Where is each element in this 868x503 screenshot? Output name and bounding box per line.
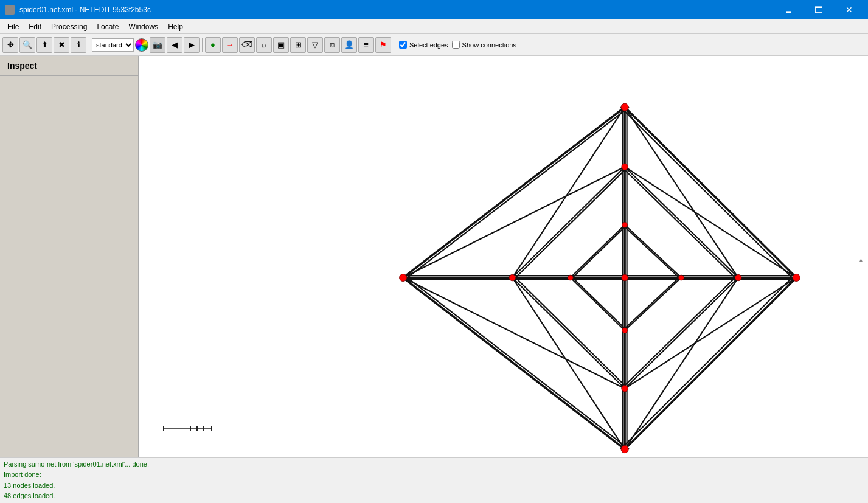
screenshot-button[interactable]: 📷	[150, 37, 165, 53]
svg-line-20	[571, 278, 625, 331]
svg-line-22	[625, 278, 681, 331]
sidebar-content	[0, 76, 138, 457]
node-inner-bottom[interactable]	[622, 386, 628, 392]
svg-line-36	[403, 278, 625, 389]
maximize-button[interactable]: 🗖	[805, 0, 833, 19]
svg-line-15	[622, 278, 735, 389]
close-button[interactable]: ✕	[835, 0, 863, 19]
node-inner-left2[interactable]	[568, 275, 573, 280]
svg-line-33	[625, 167, 796, 277]
select-rect-button[interactable]: ▣	[273, 37, 289, 53]
scroll-hint: ▲	[858, 257, 864, 263]
mode-select[interactable]: standard classic dark	[92, 38, 134, 52]
svg-line-31	[625, 107, 738, 277]
node-inner-right2[interactable]	[679, 275, 684, 280]
zoom-tool-button[interactable]: 🔍	[19, 37, 35, 53]
title-bar: spider01.net.xml - NETEDIT 9533f2b53c 🗕 …	[0, 0, 868, 19]
status-line-3: 13 nodes loaded.	[4, 480, 864, 491]
main-area: Inspect .edge { stroke: #111; stroke-wid…	[0, 56, 868, 457]
node-inner-left1[interactable]	[509, 274, 515, 280]
inspect-tool-button[interactable]: ⬆	[36, 37, 52, 53]
svg-line-23	[623, 278, 679, 331]
menu-file[interactable]: File	[2, 21, 24, 32]
menu-bar: File Edit Processing Locate Windows Help	[0, 19, 868, 34]
toolbar-sep-1	[89, 38, 89, 52]
sidebar-title: Inspect	[0, 56, 138, 76]
menu-help[interactable]: Help	[163, 21, 188, 32]
forward-button[interactable]: ▶	[184, 37, 200, 53]
color-scheme-button[interactable]	[135, 38, 148, 52]
canvas-area[interactable]: .edge { stroke: #111; stroke-width: 2.5;…	[139, 56, 868, 457]
menu-edit[interactable]: Edit	[24, 21, 46, 32]
svg-line-30	[512, 107, 625, 277]
traffic-button[interactable]: ▽	[307, 37, 323, 53]
svg-line-16	[571, 225, 625, 278]
status-line-2: Import done:	[4, 470, 864, 480]
svg-line-10	[625, 167, 738, 277]
status-bar: Parsing sumo-net from 'spider01.net.xml'…	[0, 457, 868, 503]
svg-line-1	[408, 107, 630, 277]
node-inner-mid-bottom[interactable]	[622, 328, 628, 333]
delete-tool-button[interactable]: ✖	[54, 37, 69, 53]
svg-line-7	[620, 278, 792, 449]
svg-line-4	[403, 278, 625, 449]
svg-line-21	[572, 278, 627, 331]
svg-line-32	[403, 167, 625, 277]
select-edges-button[interactable]: →	[222, 37, 238, 53]
node-inner-top[interactable]	[622, 164, 628, 170]
svg-rect-42	[190, 426, 191, 431]
window-title: spider01.net.xml - NETEDIT 9533f2b53c	[19, 5, 151, 14]
zoom-fit-button[interactable]: ⌕	[256, 37, 272, 53]
show-connections-label[interactable]: Show connections	[462, 41, 516, 49]
toolbar-sep-3	[394, 38, 394, 52]
move-tool-button[interactable]: ✥	[2, 37, 18, 53]
svg-rect-45	[211, 426, 212, 431]
menu-windows[interactable]: Windows	[123, 21, 163, 32]
svg-line-17	[572, 225, 627, 278]
back-button[interactable]: ◀	[167, 37, 182, 53]
info-tool-button[interactable]: ℹ	[71, 37, 86, 53]
node-left[interactable]	[400, 274, 407, 281]
status-line-1: Parsing sumo-net from 'spider01.net.xml'…	[4, 459, 864, 470]
node-inner-right1[interactable]	[735, 274, 741, 280]
menu-locate[interactable]: Locate	[92, 21, 123, 32]
select-nodes-button[interactable]: ●	[205, 37, 221, 53]
network-diagram: .edge { stroke: #111; stroke-width: 2.5;…	[139, 56, 868, 457]
svg-line-35	[625, 278, 738, 449]
sidebar: Inspect	[0, 56, 139, 457]
svg-rect-43	[196, 426, 198, 431]
show-connections-group: Show connections	[452, 41, 516, 49]
node-center[interactable]	[622, 274, 628, 280]
adjust-button[interactable]: ⧈	[324, 37, 340, 53]
svg-line-11	[622, 167, 735, 277]
person-button[interactable]: 👤	[341, 37, 357, 53]
svg-line-14	[625, 278, 738, 389]
window-controls[interactable]: 🗕 🗖 ✕	[774, 0, 863, 19]
select-edges-checkbox[interactable]	[399, 41, 407, 49]
svg-line-3	[620, 107, 792, 277]
svg-line-34	[512, 278, 625, 449]
svg-line-19	[623, 225, 679, 278]
svg-line-18	[625, 225, 681, 278]
title-bar-left: spider01.net.xml - NETEDIT 9533f2b53c	[5, 5, 151, 15]
status-line-4: 48 edges loaded.	[4, 491, 864, 502]
node-bottom[interactable]	[621, 446, 628, 453]
svg-line-9	[515, 167, 628, 277]
grid-button[interactable]: ⊞	[290, 37, 306, 53]
menu-processing[interactable]: Processing	[46, 21, 92, 32]
show-connections-checkbox[interactable]	[452, 41, 460, 49]
node-right[interactable]	[793, 274, 800, 281]
scale-bar	[151, 421, 230, 433]
node-top[interactable]	[621, 103, 628, 111]
select-edges-label[interactable]: Select edges	[409, 41, 448, 49]
minimize-button[interactable]: 🗕	[774, 0, 802, 19]
node-inner-mid-top[interactable]	[622, 222, 628, 227]
flag-button[interactable]: ⚑	[375, 37, 391, 53]
bars-button[interactable]: ≡	[358, 37, 374, 53]
svg-line-5	[408, 278, 630, 449]
select-edges-group: Select edges	[399, 41, 448, 49]
app-icon	[5, 5, 15, 15]
scale-indicator	[151, 421, 230, 433]
toolbar-sep-2	[202, 38, 203, 52]
clear-selection-button[interactable]: ⌫	[239, 37, 255, 53]
